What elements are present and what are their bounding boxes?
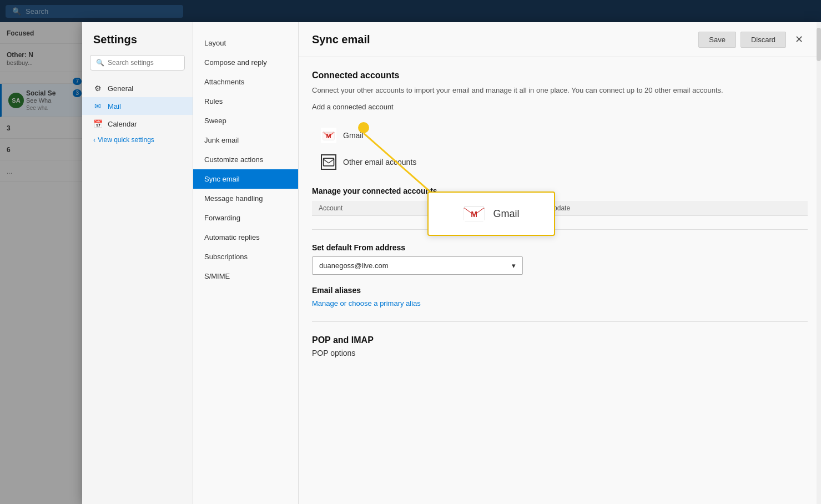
menu-junk-email[interactable]: Junk email	[193, 130, 298, 150]
menu-automatic-replies[interactable]: Automatic replies	[193, 228, 298, 247]
add-account-label: Add a connected account	[312, 103, 808, 111]
content-body: Connected accounts Connect your other ac…	[299, 57, 821, 371]
settings-nav-label: General	[108, 84, 133, 93]
menu-subscriptions[interactable]: Subscriptions	[193, 247, 298, 266]
gmail-label: Gmail	[343, 131, 364, 140]
menu-item-label: Sweep	[204, 117, 226, 125]
menu-rules[interactable]: Rules	[193, 92, 298, 111]
svg-rect-3	[324, 158, 334, 166]
settings-back-link[interactable]: ‹ View quick settings	[82, 133, 193, 147]
gmail-option[interactable]: M Gmail	[312, 122, 808, 149]
menu-compose-reply[interactable]: Compose and reply	[193, 53, 298, 72]
settings-search-box[interactable]: 🔍	[90, 55, 185, 70]
menu-item-label: Customize actions	[204, 155, 263, 164]
settings-nav-label: Calendar	[108, 120, 137, 128]
menu-message-handling[interactable]: Message handling	[193, 189, 298, 208]
back-label: View quick settings	[98, 136, 154, 144]
divider	[312, 229, 808, 230]
menu-smime[interactable]: S/MIME	[193, 266, 298, 286]
page-title: Sync email	[312, 33, 370, 46]
back-chevron-icon: ‹	[93, 136, 95, 144]
from-address-title: Set default From address	[312, 243, 808, 252]
accounts-table: Account Last update	[312, 201, 808, 216]
discard-button[interactable]: Discard	[741, 32, 786, 48]
gmail-icon: M	[321, 128, 336, 143]
menu-item-label: Subscriptions	[204, 253, 248, 261]
menu-layout[interactable]: Layout	[193, 33, 298, 53]
svg-text:M: M	[471, 210, 478, 219]
email-aliases-title: Email aliases	[312, 286, 808, 295]
manage-accounts-title: Manage your connected accounts	[312, 187, 808, 195]
header-actions: Save Discard ✕	[698, 31, 808, 48]
settings-nav-general[interactable]: ⚙ General	[82, 79, 193, 97]
divider-2	[312, 321, 808, 322]
from-address-value: duanegoss@live.com	[319, 261, 388, 270]
menu-item-label: Sync email	[204, 175, 240, 183]
settings-nav-label: Mail	[108, 102, 121, 110]
settings-left-panel: Settings 🔍 ⚙ General ✉ Mail 📅 Calendar ‹…	[82, 22, 193, 504]
settings-middle-panel: Layout Compose and reply Attachments Rul…	[193, 22, 299, 504]
gmail-tooltip-popup: M Gmail	[427, 191, 555, 236]
settings-modal: Settings 🔍 ⚙ General ✉ Mail 📅 Calendar ‹…	[82, 22, 821, 504]
menu-attachments[interactable]: Attachments	[193, 72, 298, 92]
gear-icon: ⚙	[93, 84, 102, 93]
menu-item-label: Rules	[204, 97, 223, 105]
pop-imap-title: POP and IMAP	[312, 335, 808, 345]
menu-item-label: Forwarding	[204, 214, 240, 222]
search-icon: 🔍	[96, 59, 104, 67]
other-email-icon	[321, 154, 336, 170]
gmail-popup-icon: M	[463, 205, 485, 222]
save-button[interactable]: Save	[698, 32, 736, 48]
menu-item-label: Layout	[204, 39, 226, 47]
chevron-down-icon: ▾	[512, 261, 516, 270]
settings-search-input[interactable]	[108, 59, 179, 67]
menu-item-label: Junk email	[204, 136, 239, 144]
gmail-popup-text: Gmail	[493, 208, 519, 220]
menu-item-label: Attachments	[204, 78, 244, 86]
settings-content-panel: Sync email Save Discard ✕ Connected acco…	[299, 22, 821, 504]
svg-text:M: M	[326, 133, 331, 139]
menu-sweep[interactable]: Sweep	[193, 111, 298, 130]
calendar-icon: 📅	[93, 119, 102, 128]
menu-item-label: S/MIME	[204, 272, 230, 280]
menu-item-label: Compose and reply	[204, 58, 267, 67]
close-button[interactable]: ✕	[790, 31, 808, 48]
scrollbar-thumb[interactable]	[817, 28, 821, 61]
connected-accounts-desc: Connect your other accounts to import yo…	[312, 85, 808, 96]
other-email-label: Other email accounts	[343, 158, 416, 167]
menu-item-label: Message handling	[204, 194, 263, 203]
menu-sync-email[interactable]: Sync email	[193, 169, 298, 189]
scrollbar-track[interactable]	[817, 22, 821, 504]
settings-nav-mail[interactable]: ✉ Mail	[82, 97, 193, 115]
settings-nav-calendar[interactable]: 📅 Calendar	[82, 115, 193, 133]
pop-options-label: POP options	[312, 349, 808, 357]
manage-alias-link[interactable]: Manage or choose a primary alias	[312, 299, 421, 308]
content-header: Sync email Save Discard ✕	[299, 22, 821, 57]
other-email-option[interactable]: Other email accounts	[312, 149, 808, 175]
menu-customize-actions[interactable]: Customize actions	[193, 150, 298, 169]
mail-icon: ✉	[93, 102, 102, 110]
menu-item-label: Automatic replies	[204, 233, 260, 241]
settings-title: Settings	[82, 33, 193, 55]
connected-accounts-title: Connected accounts	[312, 70, 808, 80]
from-address-dropdown[interactable]: duanegoss@live.com ▾	[312, 256, 523, 275]
menu-forwarding[interactable]: Forwarding	[193, 208, 298, 228]
column-last-update: Last update	[528, 201, 808, 216]
